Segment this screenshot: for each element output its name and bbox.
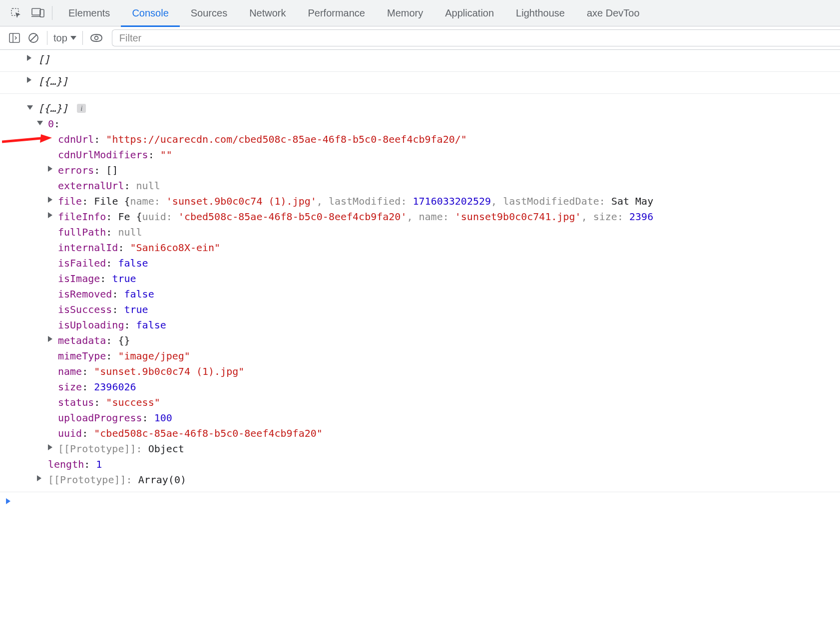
prop-value: Array(0) [138,474,186,486]
prop-prototype-outer[interactable]: [[Prototype]]: Array(0) [0,472,840,492]
prop-value: 1 [96,458,102,470]
disclosure-right-icon[interactable] [48,197,52,203]
prop-key: length [48,458,84,470]
prop-value: "cbed508c-85ae-46f8-b5c0-8eef4cb9fa20" [94,427,323,439]
prop-key: 0 [48,118,54,130]
tab-lighthouse[interactable]: Lighthouse [505,0,576,26]
prop-key: status [58,396,94,408]
disclosure-right-icon[interactable] [48,212,52,218]
disclosure-right-icon[interactable] [37,475,41,481]
console-body: [] [{…}] [{…}] i 0: cdnUrl: "https://uca… [0,50,840,508]
clear-console-icon[interactable] [24,28,43,47]
prop-value: 2396026 [94,381,136,393]
disclosure-right-icon[interactable] [27,55,31,61]
inspect-icon[interactable] [5,2,27,24]
prop-key: [[Prototype]] [58,443,136,455]
prop-value: null [136,180,160,192]
prop-key: isImage [58,273,100,285]
prop-key: cdnUrl [58,133,94,145]
prop-isFailed[interactable]: isFailed: false [0,256,840,271]
prop-value: [] [106,164,118,176]
prop-key: name [58,365,82,377]
tabbar-separator [52,6,52,20]
prop-isUploading[interactable]: isUploading: false [0,317,840,333]
disclosure-right-icon[interactable] [27,77,31,83]
disclosure-right-icon[interactable] [48,336,52,342]
prop-key: isRemoved [58,288,112,300]
prop-errors[interactable]: errors: [] [0,163,840,178]
prop-value: "success" [106,396,160,408]
prop-externalUrl[interactable]: externalUrl: null [0,178,840,194]
context-label: top [53,32,67,44]
svg-rect-1 [32,8,40,15]
prop-key: isFailed [58,257,106,269]
tab-elements[interactable]: Elements [57,0,121,26]
prop-value: true [124,304,148,315]
prop-metadata[interactable]: metadata: {} [0,333,840,348]
prop-value: {} [118,334,130,346]
live-expression-icon[interactable] [87,28,106,47]
prop-prototype-inner[interactable]: [[Prototype]]: Object [0,441,840,457]
svg-point-8 [94,36,98,40]
prop-key: errors [58,164,94,176]
prop-key: size [58,381,82,393]
console-prompt[interactable] [0,494,840,508]
tab-memory[interactable]: Memory [376,0,434,26]
prop-value: "Sani6co8X-ein" [130,242,221,254]
prop-fileInfo[interactable]: fileInfo: Fe {uuid: 'cbed508c-85ae-46f8-… [0,209,840,225]
prop-value: false [124,288,154,300]
obj-index[interactable]: 0: [0,116,840,132]
prop-key: externalUrl [58,180,124,192]
svg-line-7 [30,35,36,41]
prop-status[interactable]: status: "success" [0,395,840,410]
tab-application[interactable]: Application [434,0,505,26]
device-toolbar-icon[interactable] [27,2,49,24]
prop-key: [[Prototype]] [48,474,126,486]
info-badge-icon[interactable]: i [77,104,86,113]
prop-isSuccess[interactable]: isSuccess: true [0,302,840,317]
disclosure-down-icon[interactable] [37,121,43,125]
toolbar-separator [82,31,83,45]
prop-key: internalId [58,242,118,254]
devtools-tabbar: Elements Console Sources Network Perform… [0,0,840,26]
prop-value: true [112,273,136,285]
sidebar-toggle-icon[interactable] [5,28,24,47]
prop-internalId[interactable]: internalId: "Sani6co8X-ein" [0,240,840,256]
prop-value: false [118,257,148,269]
context-picker[interactable]: top [51,32,78,44]
prop-cdnUrl[interactable]: cdnUrl: "https://ucarecdn.com/cbed508c-8… [0,132,840,147]
prop-cdnUrlModifiers[interactable]: cdnUrlModifiers: "" [0,147,840,163]
log-value: [{…}] [38,75,68,87]
prop-size[interactable]: size: 2396026 [0,379,840,395]
prop-value: 100 [154,412,172,424]
prop-key: metadata [58,334,106,346]
tab-performance[interactable]: Performance [297,0,377,26]
tab-sources[interactable]: Sources [180,0,238,26]
prop-mimeType[interactable]: mimeType: "image/jpeg" [0,348,840,364]
prop-file[interactable]: file: File {name: 'sunset.9b0c0c74 (1).j… [0,194,840,209]
tab-network[interactable]: Network [238,0,297,26]
prop-key: uploadProgress [58,412,142,424]
log-entry-expanded[interactable]: [{…}] i [0,101,840,116]
tab-axe-devtools[interactable]: axe DevToo [576,0,651,26]
prop-length[interactable]: length: 1 [0,457,840,472]
prop-key: fileInfo [58,211,106,223]
log-entry[interactable]: [{…}] [0,74,840,94]
prop-value: "https://ucarecdn.com/cbed508c-85ae-46f8… [106,133,466,145]
prop-fullPath[interactable]: fullPath: null [0,225,840,240]
filter-input[interactable] [112,29,840,46]
log-value: [{…}] [38,102,68,114]
prop-isRemoved[interactable]: isRemoved: false [0,287,840,302]
tab-console[interactable]: Console [121,0,179,26]
prop-value: false [136,319,166,331]
prop-key: uuid [58,427,82,439]
prop-uuid[interactable]: uuid: "cbed508c-85ae-46f8-b5c0-8eef4cb9f… [0,426,840,441]
log-entry[interactable]: [] [0,52,840,72]
prop-name[interactable]: name: "sunset.9b0c0c74 (1).jpg" [0,364,840,379]
prop-uploadProgress[interactable]: uploadProgress: 100 [0,410,840,426]
prop-isImage[interactable]: isImage: true [0,271,840,287]
disclosure-right-icon[interactable] [48,444,52,450]
prop-value: Object [148,443,184,455]
disclosure-right-icon[interactable] [48,166,52,172]
disclosure-down-icon[interactable] [27,105,33,110]
